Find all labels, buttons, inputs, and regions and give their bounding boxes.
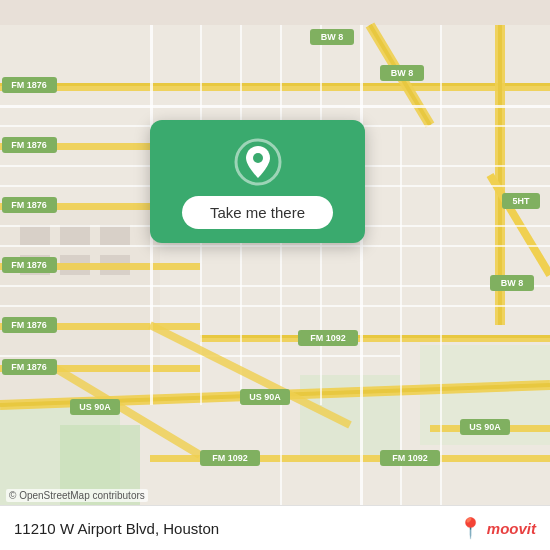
svg-point-82 (253, 153, 263, 163)
svg-rect-35 (0, 245, 550, 247)
svg-text:BW 8: BW 8 (391, 68, 414, 78)
svg-rect-42 (280, 25, 282, 525)
svg-rect-25 (200, 335, 550, 338)
svg-text:FM 1876: FM 1876 (11, 200, 47, 210)
svg-rect-46 (440, 25, 442, 525)
svg-rect-13 (0, 83, 550, 86)
map-svg: FM 1876 FM 1876 FM 1876 FM 1876 FM 1876 … (0, 0, 550, 550)
moovit-pin-icon: 📍 (458, 516, 483, 540)
address-text: 11210 W Airport Blvd, Houston (14, 520, 219, 537)
svg-rect-36 (0, 285, 550, 287)
map-container: FM 1876 FM 1876 FM 1876 FM 1876 FM 1876 … (0, 0, 550, 550)
svg-text:US 90A: US 90A (469, 422, 501, 432)
location-card: Take me there (150, 120, 365, 243)
svg-text:FM 1876: FM 1876 (11, 320, 47, 330)
svg-text:FM 1876: FM 1876 (11, 260, 47, 270)
take-me-there-button[interactable]: Take me there (182, 196, 333, 229)
bottom-bar: 11210 W Airport Blvd, Houston 📍 moovit (0, 505, 550, 550)
moovit-label: moovit (487, 520, 536, 537)
svg-text:BW 8: BW 8 (501, 278, 524, 288)
svg-text:BW 8: BW 8 (321, 32, 344, 42)
svg-text:US 90A: US 90A (249, 392, 281, 402)
svg-rect-37 (0, 305, 550, 307)
svg-text:FM 1092: FM 1092 (392, 453, 428, 463)
svg-text:US 90A: US 90A (79, 402, 111, 412)
svg-text:FM 1876: FM 1876 (11, 140, 47, 150)
svg-text:FM 1092: FM 1092 (212, 453, 248, 463)
svg-rect-7 (60, 225, 90, 245)
svg-rect-44 (360, 25, 363, 525)
svg-rect-8 (100, 225, 130, 245)
svg-rect-6 (20, 225, 50, 245)
svg-text:FM 1876: FM 1876 (11, 80, 47, 90)
moovit-logo: 📍 moovit (458, 516, 536, 540)
svg-text:FM 1876: FM 1876 (11, 362, 47, 372)
location-pin-icon (234, 138, 282, 186)
copyright-text: © OpenStreetMap contributors (6, 489, 148, 502)
svg-text:5HT: 5HT (512, 196, 530, 206)
svg-rect-30 (0, 105, 550, 108)
svg-text:FM 1092: FM 1092 (310, 333, 346, 343)
